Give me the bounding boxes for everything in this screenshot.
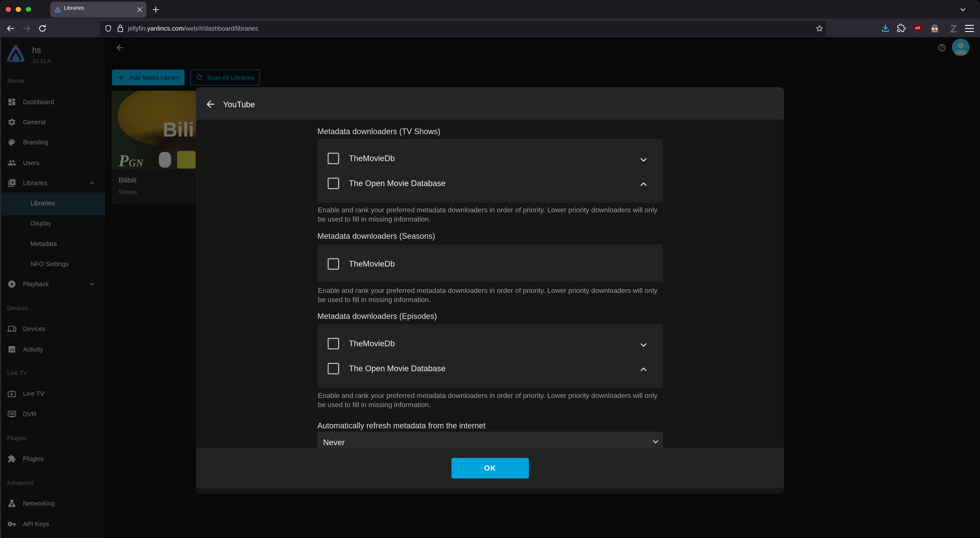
svg-text:uO: uO	[915, 26, 920, 30]
